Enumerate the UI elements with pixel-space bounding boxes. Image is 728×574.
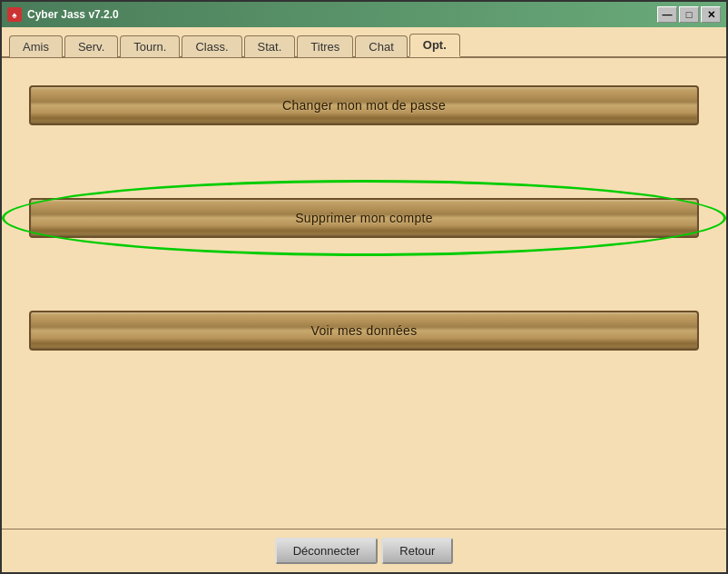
tab-serv[interactable]: Serv. xyxy=(64,35,118,57)
bottom-bar: Déconnecter Retour xyxy=(2,529,726,572)
tabs-row: Amis Serv. Tourn. Class. Stat. Titres Ch… xyxy=(2,27,726,58)
maximize-button[interactable]: □ xyxy=(679,6,699,23)
window-title: Cyber Jass v7.2.0 xyxy=(27,8,119,21)
tab-class[interactable]: Class. xyxy=(182,35,241,57)
minimize-button[interactable]: — xyxy=(657,6,677,23)
supprimer-compte-button[interactable]: Supprimer mon compte xyxy=(29,198,699,238)
spacer-1 xyxy=(29,125,699,198)
title-bar: ♠ Cyber Jass v7.2.0 — □ ✕ xyxy=(2,2,726,27)
title-bar-controls: — □ ✕ xyxy=(657,6,721,23)
content-area: Changer mon mot de passe Supprimer mon c… xyxy=(2,58,726,529)
close-button[interactable]: ✕ xyxy=(701,6,721,23)
title-bar-left: ♠ Cyber Jass v7.2.0 xyxy=(7,7,119,22)
changer-section: Changer mon mot de passe xyxy=(29,85,699,125)
retour-button[interactable]: Retour xyxy=(381,538,453,564)
tab-opt[interactable]: Opt. xyxy=(409,34,460,57)
changer-password-button[interactable]: Changer mon mot de passe xyxy=(29,85,699,125)
app-icon: ♠ xyxy=(7,7,22,22)
tab-titres[interactable]: Titres xyxy=(297,35,353,57)
voir-donnees-button[interactable]: Voir mes données xyxy=(29,311,699,351)
main-window: ♠ Cyber Jass v7.2.0 — □ ✕ Amis Serv. Tou… xyxy=(0,0,728,574)
tab-amis[interactable]: Amis xyxy=(9,35,63,57)
deconnecter-button[interactable]: Déconnecter xyxy=(275,538,379,564)
voir-section: Voir mes données xyxy=(29,311,699,351)
tab-chat[interactable]: Chat xyxy=(355,35,407,57)
spacer-2 xyxy=(29,238,699,311)
supprimer-wrapper: Supprimer mon compte xyxy=(29,198,699,238)
tab-tourn[interactable]: Tourn. xyxy=(120,35,180,57)
tab-stat[interactable]: Stat. xyxy=(244,35,296,57)
